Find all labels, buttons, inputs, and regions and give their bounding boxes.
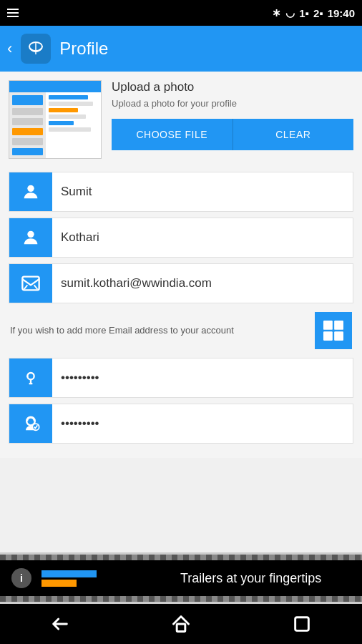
last-name-input[interactable] xyxy=(52,218,353,257)
svg-rect-14 xyxy=(295,618,308,631)
password-field xyxy=(9,358,353,398)
ad-text: Trailers at your fingertips xyxy=(151,571,351,586)
app-icon xyxy=(21,34,51,64)
email-add-section: If you wish to add more Email address to… xyxy=(9,309,353,352)
clear-button[interactable]: CLEAR xyxy=(233,119,354,150)
confirm-password-icon xyxy=(9,404,52,443)
top-bar: ‹ Profile xyxy=(0,26,362,72)
svg-point-10 xyxy=(26,376,28,377)
back-nav-button[interactable] xyxy=(36,607,84,641)
email-icon xyxy=(9,264,52,303)
first-name-input[interactable] xyxy=(52,172,353,211)
clock: 19:40 xyxy=(328,7,355,19)
svg-rect-13 xyxy=(177,624,185,632)
password-icon xyxy=(9,358,52,397)
password-input[interactable] xyxy=(52,358,353,397)
status-right: ∗ ◡ 1▪ 2▪ 19:40 xyxy=(272,6,355,19)
upload-info: Upload a photo Upload a photo for your p… xyxy=(112,80,353,150)
email-input[interactable] xyxy=(52,264,353,303)
signal-icon: 1▪ xyxy=(299,7,309,19)
confirm-password-input[interactable] xyxy=(52,404,353,443)
upload-description: Upload a photo for your profile xyxy=(112,97,353,110)
upload-buttons: CHOOSE FILE CLEAR xyxy=(112,119,353,150)
email-field xyxy=(9,263,353,303)
back-button[interactable]: ‹ xyxy=(7,39,12,58)
svg-rect-6 xyxy=(334,321,343,330)
upload-section: Upload a photo Upload a photo for your p… xyxy=(9,80,353,159)
battery-icon: 2▪ xyxy=(313,7,323,19)
main-content: Upload a photo Upload a photo for your p… xyxy=(0,72,362,458)
hamburger-icon xyxy=(7,9,19,17)
nav-bar xyxy=(0,604,362,644)
ad-banner: i Trailers at your fingertips xyxy=(0,552,362,604)
upload-preview xyxy=(9,80,102,159)
first-name-field xyxy=(9,172,353,212)
svg-point-3 xyxy=(27,231,34,238)
home-nav-button[interactable] xyxy=(157,607,205,641)
svg-rect-7 xyxy=(323,331,333,341)
bluetooth-icon: ∗ xyxy=(272,6,281,19)
status-left xyxy=(7,9,19,17)
ad-color-bars xyxy=(41,570,141,587)
last-name-field xyxy=(9,218,353,258)
choose-file-button[interactable]: CHOOSE FILE xyxy=(112,119,233,150)
recents-nav-button[interactable] xyxy=(278,607,326,641)
page-title: Profile xyxy=(59,39,108,59)
svg-rect-8 xyxy=(334,331,343,341)
svg-rect-5 xyxy=(323,321,333,330)
last-name-icon xyxy=(9,218,52,257)
wifi-icon: ◡ xyxy=(285,6,295,19)
ad-info-icon: i xyxy=(11,568,31,588)
email-add-text: If you wish to add more Email address to… xyxy=(10,324,234,337)
status-bar: ∗ ◡ 1▪ 2▪ 19:40 xyxy=(0,0,362,26)
svg-point-2 xyxy=(27,185,34,192)
confirm-password-field xyxy=(9,404,353,444)
add-email-button[interactable] xyxy=(315,312,352,349)
first-name-icon xyxy=(9,172,52,211)
upload-title: Upload a photo xyxy=(112,80,353,94)
svg-point-9 xyxy=(27,373,34,379)
